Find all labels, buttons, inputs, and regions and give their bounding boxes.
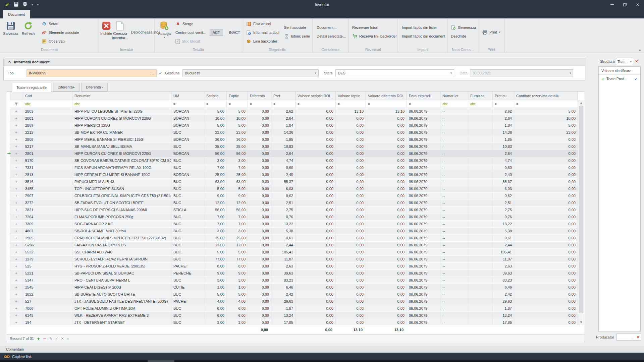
- row-expander[interactable]: +: [10, 122, 23, 129]
- prev-record-icon[interactable]: ◂: [67, 337, 69, 341]
- inact-toggle-button[interactable]: INACT: [226, 29, 243, 36]
- sterge-button[interactable]: ✖ Sterge: [174, 19, 244, 28]
- table-row[interactable]: +3213SB-MOP EXTRA CU MANERBUC23,0023,000…: [10, 129, 578, 136]
- setari-button[interactable]: ⚙ Setari: [40, 19, 80, 28]
- row-expander[interactable]: +: [10, 228, 23, 234]
- table-row[interactable]: +2809HIPP-PIERSICI 125GBORCAN5,005,000,0…: [10, 122, 578, 129]
- table-row[interactable]: +4807SB-ROLA SCAME MIXT 30 foliiBUC3,003…: [10, 228, 578, 235]
- table-row[interactable]: +527JTX - JASOL SOLID PASTILE DESINFECTA…: [10, 298, 578, 305]
- table-row[interactable]: +1279SCHOLL-1/2TALPI 41/42 PERNITA SPRIJ…: [10, 256, 578, 263]
- stare-dropdown[interactable]: DES ▾: [335, 69, 454, 77]
- table-row[interactable]: +1822SB-BURETE AUTO SCOTCH BRITEBUC5,005…: [10, 291, 578, 298]
- elemente-asociate-button[interactable]: Elemente asociate: [40, 28, 80, 37]
- column-header-pret_cu[interactable]: Pret cu ...: [493, 92, 514, 100]
- table-row[interactable]: +3272SB-FARAS EVOLUTION SCOTCH BRITEBUC1…: [10, 199, 578, 206]
- grid-vertical-scrollbar[interactable]: ▲ ▼: [578, 100, 584, 325]
- tab-document[interactable]: Document: [3, 10, 30, 18]
- creeaza-inventar-button[interactable]: Creeaza inventar...: [112, 18, 128, 46]
- table-row[interactable]: +7264ELMAS-PORUMB POPCORN 250gBUC7,007,0…: [10, 214, 578, 221]
- row-expander[interactable]: +: [10, 312, 23, 319]
- close-button[interactable]: ✕: [631, 0, 644, 9]
- filter-cell-data_exp[interactable]: =: [407, 100, 440, 108]
- table-row[interactable]: +2801HIPP-CURCAN CU OREZ SI MORCOVI 220G…: [10, 115, 578, 122]
- table-row[interactable]: +6348WLK - REZERVE APARAT RAS EXTREME 3B…: [10, 312, 578, 319]
- filter-cell-faptic[interactable]: =: [227, 100, 248, 108]
- producator-clear-icon[interactable]: ✕: [636, 335, 640, 340]
- observatii-button[interactable]: Observatii: [40, 37, 80, 46]
- row-expander[interactable]: +: [10, 136, 23, 143]
- filter-row-indicator[interactable]: [10, 100, 23, 108]
- copiere-link-button[interactable]: Copiere link: [12, 355, 32, 359]
- import-faptic-document-button[interactable]: Import faptic din document: [400, 32, 447, 41]
- edit-record-icon[interactable]: ✎: [49, 337, 52, 341]
- filter-cell-val_scriptic[interactable]: =: [296, 100, 336, 108]
- table-row[interactable]: +7331FICS-SAPUN AROMATHERAPY RELAX 100GB…: [10, 164, 578, 171]
- row-expander[interactable]: +: [10, 242, 23, 248]
- column-header-val_diferenta[interactable]: Valoare diferenta ROL: [366, 92, 407, 100]
- stoc-blocat-checkbox[interactable]: ✓ Stoc blocat: [174, 37, 244, 46]
- filter-cell-numar_lot[interactable]: abc: [440, 100, 468, 108]
- gestiune-dropdown[interactable]: Bucuresti ▾: [182, 69, 319, 77]
- row-expander[interactable]: +: [10, 319, 23, 325]
- row-expander[interactable]: +: [10, 108, 23, 115]
- inchide-button[interactable]: Inchide: [100, 18, 112, 46]
- print-button[interactable]: Print ▾: [481, 28, 502, 37]
- table-row[interactable]: +2801HIPP-CURCAN CU OREZ SI MORCOVI 220G…: [10, 150, 578, 157]
- table-row[interactable]: +2907CRI-BRICHETA ORIGINAL SIMPLICITY CR…: [10, 192, 578, 199]
- salveaza-button[interactable]: Salveaza: [1, 18, 20, 46]
- filter-cell-denumire[interactable]: abc: [72, 100, 171, 108]
- column-header-cant_rez[interactable]: Cantitate rezervata detaliu: [514, 92, 578, 100]
- filter-cell-val_faptic[interactable]: =: [336, 100, 366, 108]
- comentarii-bar[interactable]: Comentarii: [0, 346, 644, 353]
- column-header-diferenta[interactable]: Diferenta: [248, 92, 271, 100]
- column-header-pret[interactable]: Pret: [271, 92, 296, 100]
- informatii-articol-button[interactable]: Informatii articol: [245, 28, 281, 37]
- grid-tab-3[interactable]: Diferenta -: [81, 83, 108, 92]
- row-expander[interactable]: +: [10, 214, 23, 220]
- filter-cell-scriptic[interactable]: =: [204, 100, 227, 108]
- table-row[interactable]: +194JTX - DETERGENT STARNETBUC3,003,000,…: [10, 319, 578, 325]
- column-header-denumire[interactable]: Denumire: [72, 92, 171, 100]
- row-expander[interactable]: +: [10, 143, 23, 150]
- row-expander[interactable]: +: [10, 256, 23, 262]
- column-header-val_faptic[interactable]: Valoare faptic: [336, 92, 366, 100]
- row-expander[interactable]: +: [10, 249, 23, 255]
- column-header-val_scriptic[interactable]: Valoare scriptic ROL: [296, 92, 336, 100]
- filter-cell-cant_rez[interactable]: =: [514, 100, 578, 108]
- row-expander[interactable]: +: [10, 171, 23, 178]
- ribbon-scroll-up-icon[interactable]: ▴: [639, 48, 641, 51]
- delete-record-button[interactable]: −: [43, 336, 47, 341]
- table-row[interactable]: +5221SB-PAPUCI DIN SISAL SI BUMBACPERECH…: [10, 270, 578, 277]
- row-expander[interactable]: +: [10, 150, 23, 157]
- column-header-furnizor[interactable]: Furnizor: [468, 92, 493, 100]
- grid-tab-2[interactable]: Diferenta+: [53, 83, 79, 92]
- filter-cell-furnizor[interactable]: abc: [468, 100, 493, 108]
- table-row[interactable]: +525HYG - PROSOP Z-FOLD VERDE (290135)PA…: [10, 263, 578, 270]
- row-expander[interactable]: +: [10, 192, 23, 199]
- producator-input[interactable]: ... ✕: [616, 334, 641, 341]
- table-row[interactable]: +5217SB-MANUSA MASAJ BELLISSIMABUC25,002…: [10, 143, 578, 150]
- tree-expand-icon[interactable]: +: [601, 76, 605, 81]
- row-expander[interactable]: +: [10, 235, 23, 241]
- table-row[interactable]: +2808HIPP-MERE, BANANE SI PIERSICI 125GB…: [10, 136, 578, 143]
- column-header-scriptic[interactable]: Scriptic: [204, 92, 227, 100]
- row-expander[interactable]: +: [10, 164, 23, 171]
- row-expander[interactable]: +: [10, 270, 23, 277]
- row-expander[interactable]: +: [10, 157, 23, 164]
- table-row[interactable]: +7309SOC-TARNACOP 2 KGBUC7,007,000,0013,…: [10, 221, 578, 228]
- table-row[interactable]: +7006OPT-FOLIE ALUMINIU OPTIMA 10MBUC6,0…: [10, 305, 578, 312]
- serii-asociate-button[interactable]: Serii asociate: [283, 23, 311, 32]
- detalii-selectate-button[interactable]: Detalii selectate...: [315, 32, 347, 41]
- data-input[interactable]: 30.03.2021 ▾: [470, 69, 573, 77]
- row-expander[interactable]: +: [10, 277, 23, 284]
- filter-cell-diferenta[interactable]: =: [248, 100, 271, 108]
- filter-cell-pret[interactable]: =: [271, 100, 296, 108]
- row-expander[interactable]: +: [10, 221, 23, 227]
- add-record-button[interactable]: +: [37, 336, 40, 341]
- table-row[interactable]: +5347PRO - CENTURA SUPATHERM LBUC3,003,0…: [10, 277, 578, 284]
- row-expander[interactable]: +: [10, 178, 23, 185]
- row-expander[interactable]: +: [10, 206, 23, 213]
- row-expander[interactable]: +: [10, 115, 23, 122]
- table-row[interactable]: +2813HIPP-CEREALE CU MERE SI BANANE 190G…: [10, 171, 578, 178]
- quick-save-icon[interactable]: [14, 2, 18, 7]
